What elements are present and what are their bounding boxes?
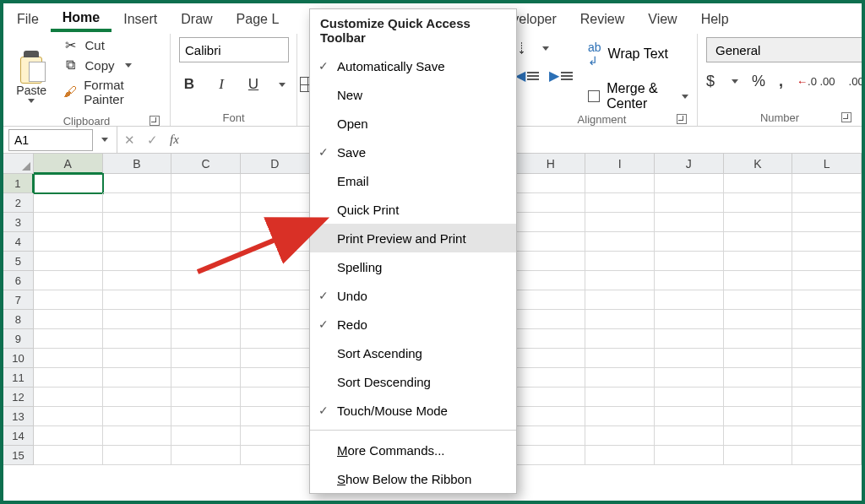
cell-C13[interactable] xyxy=(171,407,241,426)
cell-L12[interactable] xyxy=(792,387,862,407)
cell-C1[interactable] xyxy=(171,174,241,193)
cell-B3[interactable] xyxy=(103,213,172,232)
cell-K5[interactable] xyxy=(724,252,793,271)
cell-D15[interactable] xyxy=(241,446,310,465)
dialog-launcher-icon[interactable] xyxy=(841,112,851,122)
cell-I8[interactable] xyxy=(585,310,655,329)
tab-page-layout[interactable]: Page L xyxy=(225,7,291,30)
cell-I3[interactable] xyxy=(585,213,655,232)
cell-K15[interactable] xyxy=(724,446,793,465)
menu-show-below-ribbon[interactable]: Show Below the Ribbon xyxy=(310,464,516,493)
cell-D10[interactable] xyxy=(241,349,310,368)
cell-B13[interactable] xyxy=(103,407,172,426)
cell-A11[interactable] xyxy=(34,368,103,387)
cell-B10[interactable] xyxy=(103,349,172,368)
format-painter-button[interactable]: 🖌 Format Painter xyxy=(63,78,161,106)
cell-H5[interactable] xyxy=(517,252,586,271)
cell-K12[interactable] xyxy=(724,387,793,407)
increase-decimal-button[interactable]: ←.0 .00 xyxy=(797,75,835,88)
cell-B8[interactable] xyxy=(103,310,172,329)
cell-I6[interactable] xyxy=(585,271,655,290)
cell-I13[interactable] xyxy=(585,407,655,426)
cell-H11[interactable] xyxy=(517,368,586,387)
row-header-13[interactable]: 13 xyxy=(3,407,34,426)
cell-K7[interactable] xyxy=(724,290,793,310)
wrap-text-button[interactable]: ab↲ Wrap Text xyxy=(588,41,688,68)
cell-L9[interactable] xyxy=(792,329,862,349)
col-header-D[interactable]: D xyxy=(241,154,310,174)
cell-J8[interactable] xyxy=(655,310,724,329)
cell-D12[interactable] xyxy=(241,387,310,407)
row-header-9[interactable]: 9 xyxy=(3,329,34,349)
cell-I9[interactable] xyxy=(585,329,655,349)
tab-home[interactable]: Home xyxy=(51,5,112,32)
currency-button[interactable]: $ xyxy=(706,73,715,90)
cell-C11[interactable] xyxy=(171,368,241,387)
cell-A6[interactable] xyxy=(34,271,103,290)
cell-I4[interactable] xyxy=(585,232,655,252)
cell-A10[interactable] xyxy=(34,349,103,368)
cut-button[interactable]: ✂ Cut xyxy=(63,37,161,52)
cell-H1[interactable] xyxy=(517,174,586,193)
confirm-icon[interactable]: ✓ xyxy=(147,133,158,148)
cell-B6[interactable] xyxy=(103,271,172,290)
row-header-12[interactable]: 12 xyxy=(3,387,34,407)
tab-insert[interactable]: Insert xyxy=(112,7,169,30)
cell-I1[interactable] xyxy=(585,174,655,193)
col-header-J[interactable]: J xyxy=(655,154,724,174)
menu-item-email[interactable]: Email xyxy=(310,166,516,195)
name-box[interactable] xyxy=(8,129,93,151)
italic-button[interactable]: I xyxy=(211,74,231,95)
cell-I2[interactable] xyxy=(585,193,655,213)
increase-indent-button[interactable]: ▶ xyxy=(549,68,573,84)
dialog-launcher-icon[interactable] xyxy=(677,114,687,124)
cell-L1[interactable] xyxy=(792,174,862,193)
cell-J6[interactable] xyxy=(655,271,724,290)
row-header-7[interactable]: 7 xyxy=(3,290,34,310)
menu-item-open[interactable]: Open xyxy=(310,109,516,138)
cell-H12[interactable] xyxy=(517,387,586,407)
chevron-down-icon[interactable] xyxy=(732,79,738,84)
cell-A5[interactable] xyxy=(34,252,103,271)
row-header-10[interactable]: 10 xyxy=(3,349,34,368)
cell-K1[interactable] xyxy=(724,174,793,193)
cell-C14[interactable] xyxy=(171,426,241,446)
row-header-11[interactable]: 11 xyxy=(3,368,34,387)
cell-A4[interactable] xyxy=(34,232,103,252)
cancel-icon[interactable]: ✕ xyxy=(124,133,135,148)
cell-H4[interactable] xyxy=(517,232,586,252)
col-header-C[interactable]: C xyxy=(171,154,241,174)
cell-J11[interactable] xyxy=(655,368,724,387)
cell-L2[interactable] xyxy=(792,193,862,213)
row-header-6[interactable]: 6 xyxy=(3,271,34,290)
cell-H13[interactable] xyxy=(517,407,586,426)
copy-button[interactable]: ⧉ Copy xyxy=(63,57,161,73)
cell-K3[interactable] xyxy=(724,213,793,232)
cell-D9[interactable] xyxy=(241,329,310,349)
merge-center-button[interactable]: Merge & Center xyxy=(588,81,688,111)
col-header-A[interactable]: A xyxy=(34,154,103,174)
cell-L11[interactable] xyxy=(792,368,862,387)
cell-J4[interactable] xyxy=(655,232,724,252)
cell-D2[interactable] xyxy=(241,193,310,213)
cell-J12[interactable] xyxy=(655,387,724,407)
cell-H2[interactable] xyxy=(517,193,586,213)
font-name-select[interactable] xyxy=(179,37,289,62)
cell-C9[interactable] xyxy=(171,329,241,349)
cell-C12[interactable] xyxy=(171,387,241,407)
cell-C10[interactable] xyxy=(171,349,241,368)
cell-I15[interactable] xyxy=(585,446,655,465)
cell-H7[interactable] xyxy=(517,290,586,310)
cell-C15[interactable] xyxy=(171,446,241,465)
cell-J1[interactable] xyxy=(655,174,724,193)
decrease-indent-button[interactable]: ◀ xyxy=(515,68,539,84)
cell-I5[interactable] xyxy=(585,252,655,271)
cell-J15[interactable] xyxy=(655,446,724,465)
fx-icon[interactable]: fx xyxy=(170,133,179,147)
row-header-2[interactable]: 2 xyxy=(3,193,34,213)
cell-A8[interactable] xyxy=(34,310,103,329)
cell-I14[interactable] xyxy=(585,426,655,446)
cell-K2[interactable] xyxy=(724,193,793,213)
chevron-down-icon[interactable] xyxy=(279,83,286,87)
cell-H10[interactable] xyxy=(517,349,586,368)
